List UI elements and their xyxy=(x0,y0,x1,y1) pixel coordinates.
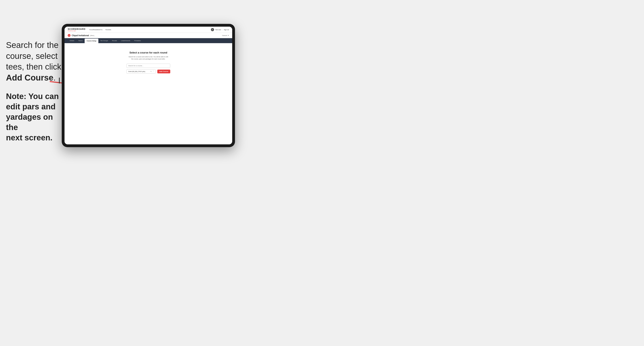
nav-separator: | xyxy=(222,29,223,30)
tab-printables[interactable]: Printables xyxy=(132,38,143,43)
tablet-screen: SCOREBOARD Powered by clippd TOURNAMENTS… xyxy=(64,27,232,144)
tournament-title-row: C Clippd Invitational (Men) xyxy=(68,34,94,37)
search-wrapper: Peachtree GC xyxy=(126,63,170,68)
cancel-icon[interactable]: ✕ xyxy=(228,35,229,36)
logo-sub: Powered by clippd xyxy=(68,30,86,31)
tee-select-wrapper: Gold (M) (M) (7010 yds) ✕ ⌃ xyxy=(126,69,156,74)
cancel-area[interactable]: Cancel ✕ xyxy=(222,35,229,36)
annotation-note: Note: You canedit pars andyardages on th… xyxy=(6,91,62,143)
tab-results[interactable]: Results xyxy=(110,38,119,43)
tablet-frame: SCOREBOARD Powered by clippd TOURNAMENTS… xyxy=(62,24,235,147)
tee-select-row: Gold (M) (M) (7010 yds) ✕ ⌃ Add Course xyxy=(126,69,170,74)
logo-area: SCOREBOARD Powered by clippd xyxy=(68,28,86,31)
sign-out-link[interactable]: Sign out xyxy=(224,29,229,30)
tee-dropdown-icon[interactable]: ⌃ xyxy=(152,71,154,72)
nav-teams[interactable]: TEAMS xyxy=(105,29,111,31)
top-navbar: SCOREBOARD Powered by clippd TOURNAMENTS… xyxy=(64,27,232,33)
tee-value: Gold (M) (M) (7010 yds) xyxy=(128,71,150,72)
tournament-header: C Clippd Invitational (Men) Cancel ✕ xyxy=(64,33,232,38)
annotation-text: Search for thecourse, selecttees, then c… xyxy=(6,40,62,83)
tab-leaderboards[interactable]: Leaderboards xyxy=(119,38,132,43)
nav-right: T Test User | Sign out xyxy=(211,28,229,31)
add-course-button[interactable]: Add Course xyxy=(157,70,170,73)
tee-clear-icon[interactable]: ✕ xyxy=(150,71,152,72)
user-info: Test User xyxy=(215,29,221,30)
user-avatar: T xyxy=(211,28,214,31)
tablet-side-button xyxy=(59,78,60,84)
tab-details[interactable]: Details xyxy=(68,38,76,43)
course-search-input[interactable]: Peachtree GC xyxy=(126,64,170,68)
tournament-icon: C xyxy=(68,34,70,37)
tournament-gender: (Men) xyxy=(90,35,94,36)
tournament-name: Clippd Invitational xyxy=(72,34,89,37)
section-title: Select a course for each round xyxy=(130,51,167,54)
section-description: Search for a course and select a tee. Yo… xyxy=(128,56,168,60)
nav-links: TOURNAMENTS TEAMS xyxy=(89,29,111,31)
cancel-label: Cancel xyxy=(222,35,227,36)
tab-course-setup[interactable]: Course Setup xyxy=(85,39,98,43)
sub-navigation: Details Teams Course Setup Tee Groups Re… xyxy=(64,38,232,43)
tab-tee-groups[interactable]: Tee Groups xyxy=(98,38,110,43)
annotation-area: Search for thecourse, selecttees, then c… xyxy=(6,40,62,143)
nav-left: SCOREBOARD Powered by clippd TOURNAMENTS… xyxy=(68,28,111,31)
tab-teams[interactable]: Teams xyxy=(76,38,85,43)
annotation-bold: Add Course xyxy=(6,73,53,82)
nav-tournaments[interactable]: TOURNAMENTS xyxy=(89,29,102,31)
logo-text: SCOREBOARD xyxy=(68,28,86,30)
main-content: Select a course for each round Search fo… xyxy=(64,43,232,144)
tee-select-display[interactable]: Gold (M) (M) (7010 yds) ✕ ⌃ xyxy=(126,69,156,74)
